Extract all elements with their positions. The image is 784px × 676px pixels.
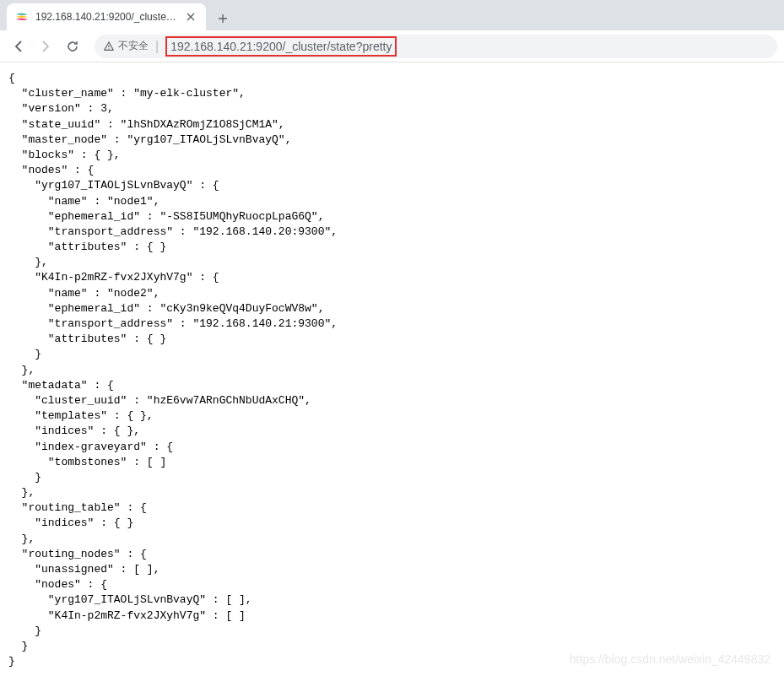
tab-bar: 192.168.140.21:9200/_cluster/s xyxy=(0,0,784,30)
browser-tab[interactable]: 192.168.140.21:9200/_cluster/s xyxy=(7,3,206,30)
watermark: https://blog.csdn.net/weixin_42449832 xyxy=(570,652,770,666)
toolbar: 不安全 | 192.168.140.21:9200/_cluster/state… xyxy=(0,30,784,62)
url-divider: | xyxy=(155,39,159,54)
forward-button[interactable] xyxy=(34,35,57,58)
tab-title: 192.168.140.21:9200/_cluster/s xyxy=(35,11,177,23)
url-highlight-box: 192.168.140.21:9200/_cluster/state?prett… xyxy=(165,36,397,57)
new-tab-button[interactable] xyxy=(211,7,235,30)
back-button[interactable] xyxy=(7,35,30,58)
security-badge[interactable]: 不安全 xyxy=(103,39,149,53)
address-bar[interactable]: 不安全 | 192.168.140.21:9200/_cluster/state… xyxy=(95,35,777,58)
tab-close-icon[interactable] xyxy=(184,10,197,24)
security-label: 不安全 xyxy=(118,39,149,53)
reload-button[interactable] xyxy=(61,35,84,58)
tab-favicon-icon xyxy=(15,10,29,24)
url-text: 192.168.140.21:9200/_cluster/state?prett… xyxy=(170,40,392,53)
url-wrapper: 192.168.140.21:9200/_cluster/state?prett… xyxy=(165,36,769,57)
svg-point-1 xyxy=(108,48,109,49)
browser-chrome: 192.168.140.21:9200/_cluster/s xyxy=(0,0,784,62)
json-response-body: { "cluster_name" : "my-elk-cluster", "ve… xyxy=(0,62,784,676)
warning-icon xyxy=(103,41,115,52)
